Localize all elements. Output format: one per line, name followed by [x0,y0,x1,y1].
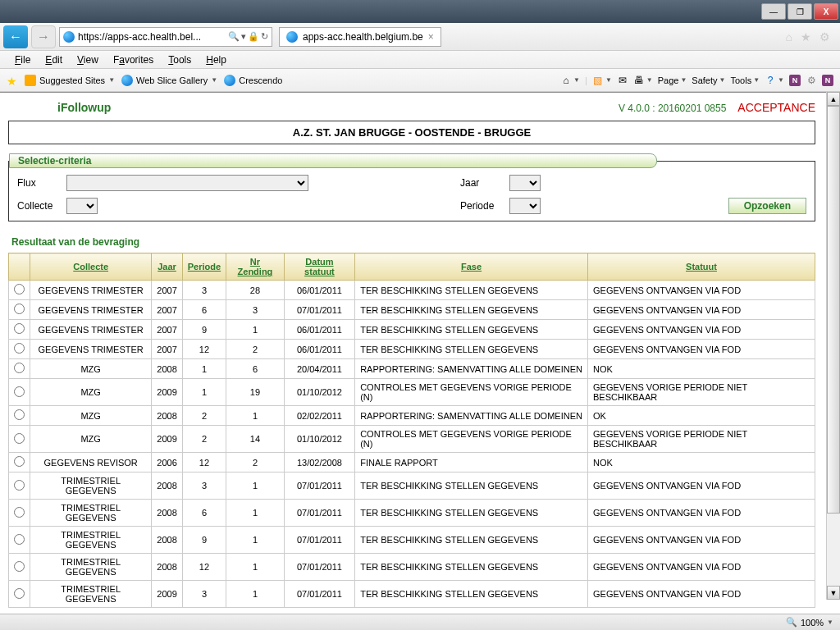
browser-navbar: ← → 🔍 ▾ 🔒 ↻ apps-acc.health.belgium.be ×… [0,23,840,51]
home-icon: ⌂ [560,75,572,86]
rss-icon: ▧ [592,75,604,86]
star-icon: ★ [7,75,18,86]
arrow-right-icon: → [37,30,50,44]
settings-gear-icon[interactable]: ⚙ [819,30,830,43]
back-button[interactable]: ← [3,25,28,48]
menu-view[interactable]: ViewView [71,52,105,67]
crescendo-link[interactable]: Crescendo [224,75,282,86]
dropdown-icon[interactable]: ▾ [241,31,246,42]
web-slice-gallery-link[interactable]: Web Slice Gallery ▼ [121,75,217,86]
feeds-button[interactable]: ▧▼ [592,75,612,86]
bing-icon [25,75,36,86]
page-menu[interactable]: Page ▼ [658,75,687,85]
home-button[interactable]: ⌂▼ [560,75,580,86]
onenote-linked-button[interactable]: N [822,75,833,86]
lock-icon: 🔒 [248,31,259,42]
menu-bar: FFileile EditEdit ViewView FavoritesFavo… [0,51,840,69]
help-icon: ? [765,75,776,86]
refresh-icon[interactable]: ↻ [261,31,268,42]
ie-icon [121,75,133,86]
command-bar: ⌂▼ | ▧▼ ✉ 🖶▼ Page ▼ Safety ▼ Tools ▼ ?▼ … [560,75,833,86]
ie-icon [286,31,298,43]
dropdown-icon: ▼ [211,76,217,84]
menu-edit[interactable]: EditEdit [39,52,69,67]
address-bar[interactable]: 🔍 ▾ 🔒 ↻ [59,27,272,47]
home-icon[interactable]: ⌂ [786,30,792,43]
menu-help[interactable]: HelpHelp [199,52,233,67]
menu-favorites[interactable]: FavoritesFavorites [107,52,160,67]
maximize-button[interactable]: ❐ [788,3,812,20]
dropdown-icon: ▼ [108,76,115,84]
tab-title: apps-acc.health.belgium.be [303,31,423,43]
menu-tools[interactable]: ToolsTools [162,52,198,67]
mail-icon: ✉ [617,75,628,86]
read-mail-button[interactable]: ✉ [617,75,628,86]
menu-file[interactable]: FFileile [8,52,37,67]
onenote-icon: N [789,75,801,86]
minimize-button[interactable]: — [761,3,786,20]
onenote-button[interactable]: N [789,75,801,86]
suggested-sites-link[interactable]: Suggested Sites ▼ [25,75,115,86]
print-button[interactable]: 🖶▼ [633,75,653,86]
tools-menu[interactable]: Tools ▼ [730,75,760,85]
gear-icon: ⚙ [806,75,817,86]
extension-button[interactable]: ⚙ [806,75,817,86]
print-icon: 🖶 [633,75,645,86]
favorites-bar: ★ Suggested Sites ▼ Web Slice Gallery ▼ … [0,69,840,92]
ie-icon [224,75,235,86]
tab-close-icon[interactable]: × [428,31,434,43]
arrow-left-icon: ← [9,30,22,44]
close-button[interactable]: X [814,3,838,20]
url-input[interactable] [78,31,225,43]
safety-menu[interactable]: Safety ▼ [692,75,725,85]
onenote-icon: N [822,75,833,86]
forward-button[interactable]: → [31,25,56,48]
ie-icon [63,31,75,43]
favorites-star-icon[interactable]: ★ [801,30,811,43]
window-titlebar: — ❐ X [0,0,840,23]
browser-tab[interactable]: apps-acc.health.belgium.be × [279,27,441,47]
help-button[interactable]: ?▼ [765,75,784,86]
search-icon[interactable]: 🔍 [228,31,240,42]
add-favorite-button[interactable]: ★ [7,75,18,86]
